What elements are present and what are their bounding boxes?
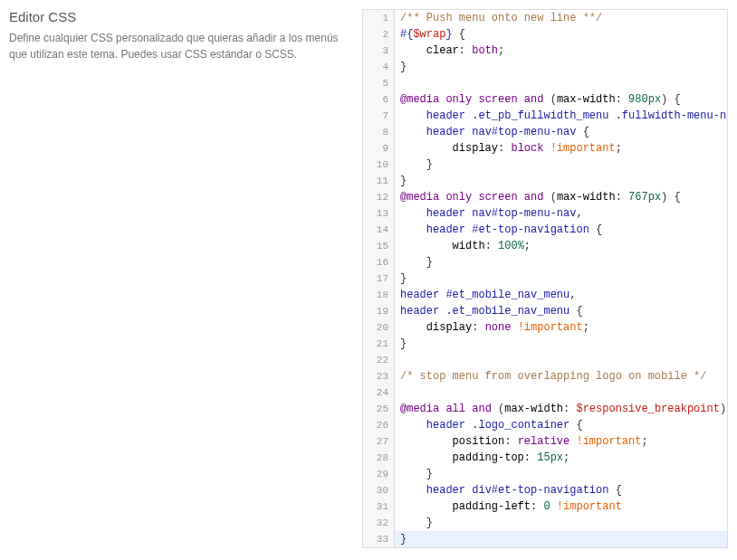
line-number: 20: [363, 319, 395, 336]
line-number: 14: [363, 222, 395, 238]
code-line[interactable]: 21}: [363, 336, 727, 352]
setting-control-column: 1/** Push menu onto new line **/2#{$wrap…: [362, 9, 728, 548]
code-line[interactable]: 10 }: [363, 157, 727, 173]
setting-description: Define cualquier CSS personalizado que q…: [9, 30, 344, 62]
code-line-content[interactable]: [395, 352, 727, 368]
code-line[interactable]: 23/* stop menu from overlapping logo on …: [363, 368, 727, 384]
code-line[interactable]: 17}: [363, 271, 727, 287]
line-number: 5: [363, 75, 395, 91]
code-line-content[interactable]: header .et_mobile_nav_menu {: [395, 303, 727, 319]
code-line[interactable]: 1/** Push menu onto new line **/: [363, 10, 727, 26]
css-code-editor[interactable]: 1/** Push menu onto new line **/2#{$wrap…: [362, 9, 728, 548]
code-line[interactable]: 33}: [363, 531, 727, 547]
line-number: 11: [363, 173, 395, 189]
line-number: 19: [363, 303, 395, 319]
code-line-content[interactable]: display: none !important;: [395, 319, 727, 336]
code-line[interactable]: 16 }: [363, 254, 727, 271]
code-line-content[interactable]: padding-top: 15px;: [395, 450, 727, 466]
code-line-content[interactable]: }: [395, 59, 727, 75]
line-number: 33: [363, 531, 395, 547]
code-line-content[interactable]: header div#et-top-navigation {: [395, 482, 727, 498]
code-line[interactable]: 27 position: relative !important;: [363, 433, 727, 450]
code-line-content[interactable]: width: 100%;: [395, 238, 727, 254]
line-number: 15: [363, 238, 395, 254]
code-line-content[interactable]: @media only screen and (max-width: 980px…: [395, 91, 727, 108]
code-line[interactable]: 7 header .et_pb_fullwidth_menu .fullwidt…: [363, 108, 727, 124]
line-number: 26: [363, 417, 395, 433]
code-line-content[interactable]: [395, 384, 727, 401]
line-number: 18: [363, 287, 395, 303]
line-number: 13: [363, 205, 395, 222]
code-line-content[interactable]: [395, 75, 727, 91]
line-number: 24: [363, 384, 395, 401]
code-line[interactable]: 28 padding-top: 15px;: [363, 450, 727, 466]
code-line[interactable]: 5: [363, 75, 727, 91]
code-line[interactable]: 2#{$wrap} {: [363, 26, 727, 43]
code-line[interactable]: 6@media only screen and (max-width: 980p…: [363, 91, 727, 108]
code-line-content[interactable]: clear: both;: [395, 43, 727, 59]
line-number: 25: [363, 401, 395, 417]
code-line-content[interactable]: }: [395, 336, 727, 352]
code-line-content[interactable]: }: [395, 173, 727, 189]
code-line-content[interactable]: @media all and (max-width: $responsive_b…: [395, 401, 728, 417]
code-line-content[interactable]: #{$wrap} {: [395, 26, 727, 43]
code-line[interactable]: 32 }: [363, 515, 727, 531]
line-number: 3: [363, 43, 395, 59]
code-line[interactable]: 13 header nav#top-menu-nav,: [363, 205, 727, 222]
code-line-content[interactable]: padding-left: 0 !important: [395, 498, 727, 515]
code-line[interactable]: 25@media all and (max-width: $responsive…: [363, 401, 727, 417]
code-line-content[interactable]: header #et-top-navigation {: [395, 222, 727, 238]
code-line-content[interactable]: }: [395, 466, 727, 482]
code-line-content[interactable]: header .et_pb_fullwidth_menu .fullwidth-…: [395, 108, 728, 124]
code-line[interactable]: 3 clear: both;: [363, 43, 727, 59]
code-line-content[interactable]: header nav#top-menu-nav {: [395, 124, 727, 140]
code-line[interactable]: 26 header .logo_container {: [363, 417, 727, 433]
code-line-content[interactable]: header #et_mobile_nav_menu,: [395, 287, 727, 303]
code-line-content[interactable]: }: [395, 157, 727, 173]
line-number: 16: [363, 254, 395, 271]
code-line-content[interactable]: position: relative !important;: [395, 433, 727, 450]
line-number: 31: [363, 498, 395, 515]
code-line-content[interactable]: }: [395, 531, 727, 547]
setting-description-column: Editor CSS Define cualquier CSS personal…: [9, 9, 344, 548]
setting-title: Editor CSS: [9, 9, 344, 24]
code-line[interactable]: 4}: [363, 59, 727, 75]
code-line-content[interactable]: display: block !important;: [395, 140, 727, 157]
code-line[interactable]: 19header .et_mobile_nav_menu {: [363, 303, 727, 319]
code-line[interactable]: 12@media only screen and (max-width: 767…: [363, 189, 727, 205]
code-line-content[interactable]: /** Push menu onto new line **/: [395, 10, 727, 26]
line-number: 32: [363, 515, 395, 531]
line-number: 22: [363, 352, 395, 368]
line-number: 1: [363, 10, 395, 26]
line-number: 6: [363, 91, 395, 108]
code-line[interactable]: 14 header #et-top-navigation {: [363, 222, 727, 238]
code-line-content[interactable]: @media only screen and (max-width: 767px…: [395, 189, 727, 205]
code-line-content[interactable]: }: [395, 515, 727, 531]
line-number: 4: [363, 59, 395, 75]
code-line[interactable]: 15 width: 100%;: [363, 238, 727, 254]
code-line[interactable]: 8 header nav#top-menu-nav {: [363, 124, 727, 140]
line-number: 28: [363, 450, 395, 466]
code-line[interactable]: 9 display: block !important;: [363, 140, 727, 157]
line-number: 30: [363, 482, 395, 498]
code-line[interactable]: 11}: [363, 173, 727, 189]
code-line[interactable]: 31 padding-left: 0 !important: [363, 498, 727, 515]
code-line-content[interactable]: }: [395, 271, 727, 287]
line-number: 29: [363, 466, 395, 482]
code-line-content[interactable]: header .logo_container {: [395, 417, 727, 433]
code-line[interactable]: 18header #et_mobile_nav_menu,: [363, 287, 727, 303]
code-line-content[interactable]: /* stop menu from overlapping logo on mo…: [395, 368, 727, 384]
code-line-content[interactable]: }: [395, 254, 727, 271]
code-line[interactable]: 22: [363, 352, 727, 368]
line-number: 12: [363, 189, 395, 205]
code-line-content[interactable]: header nav#top-menu-nav,: [395, 205, 727, 222]
code-line[interactable]: 24: [363, 384, 727, 401]
line-number: 17: [363, 271, 395, 287]
settings-row: Editor CSS Define cualquier CSS personal…: [9, 9, 728, 548]
code-line[interactable]: 20 display: none !important;: [363, 319, 727, 336]
code-line[interactable]: 30 header div#et-top-navigation {: [363, 482, 727, 498]
line-number: 10: [363, 157, 395, 173]
line-number: 8: [363, 124, 395, 140]
line-number: 27: [363, 433, 395, 450]
code-line[interactable]: 29 }: [363, 466, 727, 482]
